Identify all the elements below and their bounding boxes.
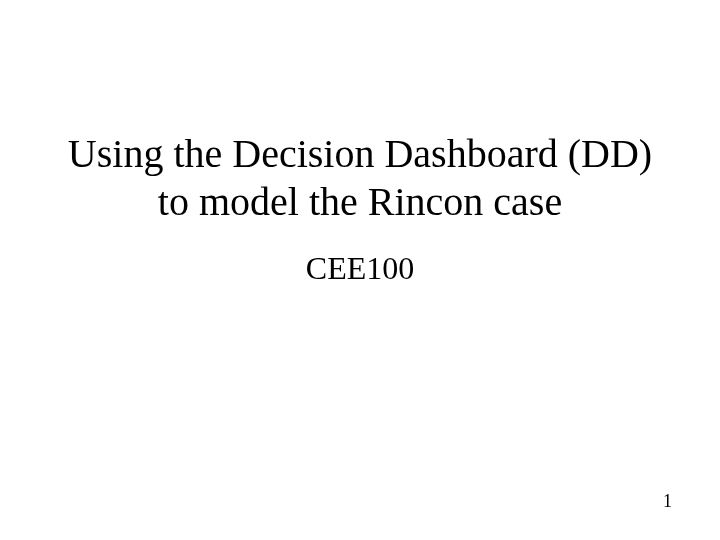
slide-subtitle: CEE100	[306, 250, 414, 287]
slide-title: Using the Decision Dashboard (DD) to mod…	[50, 130, 670, 226]
slide-container: Using the Decision Dashboard (DD) to mod…	[0, 0, 720, 540]
page-number: 1	[663, 491, 672, 512]
